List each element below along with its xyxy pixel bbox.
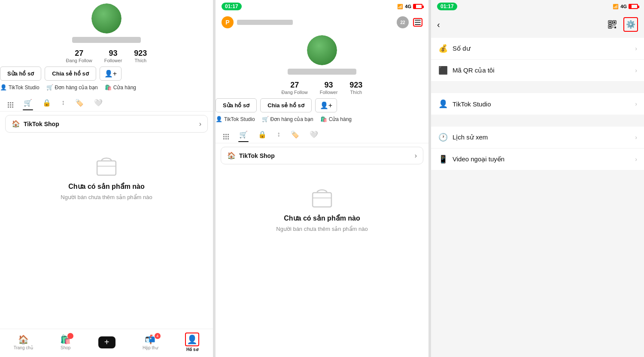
tab-grid-1[interactable]	[3, 94, 18, 111]
nav-home-1[interactable]: 🏠 Trang chủ	[14, 334, 33, 350]
share-profile-btn-2[interactable]: Chia sẻ hồ sơ	[260, 98, 311, 112]
quick-links-2: 👤 TikTok Studio 🛒 Đơn hàng của bạn 🛍️ Cử…	[216, 116, 428, 122]
svg-rect-0	[97, 161, 116, 175]
qr-item-icon: ⬛	[438, 66, 448, 75]
tab-lock-1[interactable]: 🔒	[38, 95, 55, 110]
settings-group-1: 💰 Số dư › ⬛ Mã QR của tôi ›	[431, 38, 644, 81]
settings-gear-button[interactable]: ⚙️	[623, 17, 638, 32]
menu-box-2[interactable]	[413, 18, 422, 27]
bag-icon-svg-2	[307, 181, 337, 211]
settings-item-offline-left: 📱 Video ngoại tuyến	[438, 154, 504, 164]
shop-banner-1[interactable]: 🏠 TikTok Shop ›	[5, 115, 208, 133]
menu-icon-2[interactable]	[415, 20, 421, 25]
divider-1	[431, 85, 644, 90]
settings-list: 💰 Số dư › ⬛ Mã QR của tôi › 👤 TikTok Stu…	[431, 34, 644, 357]
profile-icon-1: 👤	[187, 335, 197, 344]
studio-label-1: TikTok Studio	[9, 85, 39, 91]
balance-chevron: ›	[635, 45, 637, 52]
history-icon: 🕐	[438, 133, 448, 142]
panel2-scroll: 27 Đang Follow 93 Follower 923 Thích Sửa…	[216, 32, 428, 357]
panel-3: 01:17 📶 4G ‹	[428, 0, 644, 357]
nav-shop-1[interactable]: 🛍️ Shop	[60, 334, 71, 350]
orders-link-1[interactable]: 🛒 Đơn hàng của bạn	[46, 84, 98, 91]
tab-tagged-2[interactable]: 🏷️	[286, 127, 304, 142]
stats-row-2: 27 Đang Follow 93 Follower 923 Thích	[216, 81, 428, 95]
settings-item-studio[interactable]: 👤 TikTok Studio ›	[431, 93, 644, 115]
share-profile-btn-1[interactable]: Chia sẻ hồ sơ	[45, 67, 96, 81]
follower-avatar-2: 22	[397, 16, 409, 28]
studio-settings-chevron: ›	[635, 100, 637, 107]
panel-1: 27 Đang Follow 93 Follower 923 Thích Sửa…	[0, 0, 213, 357]
tab-tagged-1[interactable]: 🏷️	[71, 95, 88, 110]
battery-inner-3	[629, 5, 632, 8]
tab-lock-2[interactable]: 🔒	[254, 127, 271, 142]
signal-icon-2: 📶	[397, 4, 403, 9]
orders-link-2[interactable]: 🛒 Đơn hàng của bạn	[262, 116, 313, 122]
qr-code-button[interactable]	[605, 18, 619, 31]
nav-inbox-1[interactable]: 📬 Hộp thư 4	[143, 334, 158, 350]
avatar-1	[91, 3, 122, 33]
add-friend-btn-1[interactable]: 👤+	[100, 67, 122, 81]
tiktok-studio-link-1[interactable]: 👤 TikTok Studio	[0, 84, 39, 91]
tab-shop-1[interactable]: 🛒	[19, 95, 36, 110]
add-friend-icon-1: 👤+	[104, 70, 117, 78]
username-blurred-2	[288, 69, 356, 75]
settings-top-right: ⚙️	[605, 17, 638, 32]
plus-button-1[interactable]: +	[98, 336, 115, 348]
bottom-nav-1: 🏠 Trang chủ 🛍️ Shop + 📬 Hộp thư 4 👤 Hồ s…	[0, 329, 213, 357]
studio-icon-1: 👤	[0, 84, 7, 91]
settings-item-studio-left: 👤 TikTok Studio	[438, 99, 491, 109]
svg-rect-11	[614, 27, 616, 28]
orders-label-2: Đơn hàng của bạn	[270, 116, 313, 122]
stat-follow-2: 27 Đang Follow	[282, 81, 308, 95]
status-icons-3: 📶 4G	[613, 4, 638, 9]
tiktok-studio-link-2[interactable]: 👤 TikTok Studio	[216, 116, 255, 122]
settings-item-balance[interactable]: 💰 Số dư ›	[431, 38, 644, 60]
home-label-1: Trang chủ	[14, 345, 33, 350]
signal-label-2: 4G	[405, 4, 411, 9]
battery-inner-2	[414, 5, 416, 8]
edit-profile-btn-1[interactable]: Sửa hồ sơ	[0, 67, 41, 81]
likes-label-2: Thích	[350, 90, 362, 95]
tabs-bar-2: 🛒 🔒 ↕️ 🏷️ 🤍	[216, 126, 428, 143]
settings-item-qr[interactable]: ⬛ Mã QR của tôi ›	[431, 60, 644, 81]
settings-item-offline[interactable]: 📱 Video ngoại tuyến ›	[431, 148, 644, 170]
svg-rect-10	[613, 27, 614, 27]
p-badge-2: P	[222, 16, 234, 28]
panel-2: 01:17 📶 4G P 22	[213, 0, 428, 357]
tab-heart-2[interactable]: 🤍	[305, 127, 322, 142]
svg-rect-5	[614, 21, 615, 23]
store-link-2[interactable]: 🛍️ Cửa hàng	[320, 116, 352, 122]
settings-item-history[interactable]: 🕐 Lịch sử xem ›	[431, 127, 644, 148]
svg-rect-8	[613, 25, 614, 26]
tab-heart-1[interactable]: 🤍	[90, 95, 107, 110]
empty-title-1: Chưa có sản phẩm nào	[68, 182, 145, 191]
settings-group-2: 👤 TikTok Studio ›	[431, 93, 644, 115]
edit-profile-btn-2[interactable]: Sửa hồ sơ	[216, 98, 257, 112]
studio-label-2: TikTok Studio	[224, 116, 255, 122]
offline-chevron: ›	[635, 156, 637, 163]
settings-group-3: 🕐 Lịch sử xem › 📱 Video ngoại tuyến ›	[431, 127, 644, 170]
profile-header-1	[0, 0, 213, 46]
qr-icon	[608, 20, 617, 29]
store-icon-2: 🛍️	[320, 116, 327, 122]
home-icon-1: 🏠	[18, 334, 29, 345]
balance-label: Số dư	[453, 45, 471, 52]
nav-profile-1[interactable]: 👤 Hồ sơ	[185, 333, 199, 352]
history-chevron: ›	[635, 134, 637, 141]
tab-grid-2[interactable]	[219, 126, 233, 143]
svg-rect-3	[609, 21, 611, 23]
shop-chevron-2: ›	[415, 152, 417, 160]
tab-repost-1[interactable]: ↕️	[57, 95, 69, 110]
shop-banner-2[interactable]: 🏠 TikTok Shop ›	[221, 147, 423, 164]
tab-shop-2[interactable]: 🛒	[235, 127, 252, 142]
follower-label-1: Follower	[104, 58, 122, 63]
nav-plus-1[interactable]: +	[98, 336, 115, 348]
tab-repost-2[interactable]: ↕️	[273, 127, 285, 142]
shop-icon-2: 🏠	[227, 151, 236, 160]
add-friend-btn-2[interactable]: 👤+	[315, 98, 337, 112]
back-arrow[interactable]: ‹	[437, 20, 440, 30]
store-link-1[interactable]: 🛍️ Cửa hàng	[105, 84, 136, 91]
likes-number-2: 923	[349, 81, 362, 90]
follower-number-1: 93	[109, 49, 118, 58]
